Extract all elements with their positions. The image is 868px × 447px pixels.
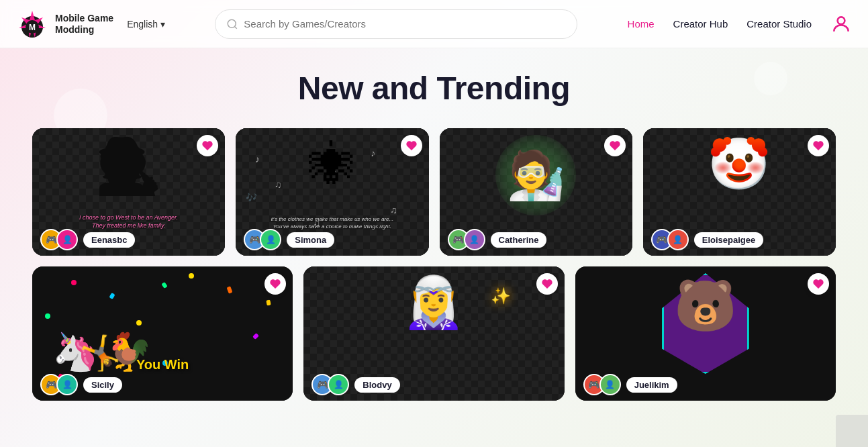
creator-avatars: 🎮 👤 — [311, 374, 349, 395]
creator-avatars: 🎮 👤 — [448, 229, 485, 250]
creator-name: Sicily — [83, 377, 122, 393]
character-figure: 🤡 — [708, 135, 771, 194]
creator-name: Blodvy — [354, 377, 399, 393]
favorite-button[interactable] — [808, 135, 829, 156]
cards-row-1: 🕵 I chose to go West to be an Avenger.Th… — [32, 128, 836, 256]
creator-avatar: 👤 — [56, 229, 78, 250]
creator-name: Catherine — [491, 232, 547, 248]
creator-avatars: 🎮 👤 — [40, 229, 78, 250]
nav-creator-hub[interactable]: Creator Hub — [673, 18, 728, 30]
creator-avatar: 👤 — [464, 229, 485, 250]
creator-info: 🎮 👤 Juelikim — [575, 368, 836, 401]
creator-avatars: 🎮 👤 — [244, 229, 281, 250]
creator-avatars: 🎮 👤 — [40, 374, 78, 395]
creator-info: 🎮 👤 Eloisepaigee — [643, 224, 836, 256]
character-figure: 🕷 — [309, 138, 356, 192]
logo-text: Mobile Game Modding — [55, 13, 113, 36]
creator-name: Juelikim — [626, 377, 677, 393]
creator-name: Eenasbc — [83, 232, 135, 248]
favorite-button[interactable] — [197, 135, 218, 156]
nav-home[interactable]: Home — [628, 18, 655, 30]
language-label: English — [127, 19, 158, 30]
favorite-button[interactable] — [808, 273, 829, 295]
favorite-button[interactable] — [401, 135, 422, 156]
creator-avatars: 🎮 👤 — [651, 229, 689, 250]
creator-info: 🎮 👤 Catherine — [440, 224, 632, 256]
card-rick[interactable]: 🧑‍🔬 🎮 👤 Catherine — [440, 128, 632, 256]
cards-row-2: 🦄 🐓 🤸 You Win 🎮 👤 Sicily — [32, 266, 836, 401]
creator-avatar: 👤 — [56, 374, 78, 395]
creator-info: 🎮 👤 Blodvy — [303, 368, 564, 401]
search-bar — [215, 9, 577, 39]
card-black-widow[interactable]: 🕵 I chose to go West to be an Avenger.Th… — [32, 128, 225, 256]
character-figure: 🕵 — [95, 135, 162, 198]
character-figure-3: 🤸 — [79, 334, 121, 372]
creator-avatar: 👤 — [667, 229, 689, 250]
svg-point-6 — [838, 17, 845, 24]
creator-avatars: 🎮 👤 — [583, 374, 621, 395]
creator-info: 🎮 👤 Simona — [236, 224, 428, 256]
character-figure: 🧑‍🔬 — [495, 135, 576, 215]
card-party[interactable]: 🦄 🐓 🤸 You Win 🎮 👤 Sicily — [32, 266, 293, 401]
favorite-button[interactable] — [536, 273, 558, 295]
creator-avatar: 👤 — [328, 374, 349, 395]
main-content: New and Trending 🕵 I chose to go West to… — [0, 48, 868, 438]
character-figure: 🐻 — [674, 277, 737, 336]
svg-line-5 — [235, 26, 237, 28]
creator-avatar: 👤 — [599, 374, 621, 395]
language-selector[interactable]: English ▾ — [127, 19, 165, 30]
creator-info: 🎮 👤 Eenasbc — [32, 224, 225, 256]
header-nav: Home Creator Hub Creator Studio — [628, 13, 852, 35]
creator-name: Simona — [287, 232, 334, 248]
logo[interactable]: M Mobile Game Modding — [16, 8, 113, 40]
creator-avatar: 👤 — [260, 229, 281, 250]
favorite-button[interactable] — [604, 135, 626, 156]
search-input[interactable] — [244, 18, 566, 30]
svg-text:M: M — [29, 23, 36, 32]
logo-icon: M — [16, 8, 48, 40]
nav-creator-studio[interactable]: Creator Studio — [746, 18, 812, 30]
card-spiderman[interactable]: ♪ ♫ ♪ ♫ ♪ ♫ 🎵 🎶 🕷 it's the clothes we ma… — [236, 128, 428, 256]
scroll-hint — [836, 415, 868, 447]
section-title: New and Trending — [32, 70, 836, 107]
header-left: M Mobile Game Modding English ▾ — [16, 8, 165, 40]
chevron-down-icon: ▾ — [160, 19, 165, 30]
user-icon[interactable] — [830, 13, 852, 35]
creator-info: 🎮 👤 Sicily — [32, 368, 293, 401]
search-icon — [226, 18, 238, 30]
card-harley[interactable]: 🤡 🎮 👤 Eloisepaigee — [643, 128, 836, 256]
card-bear[interactable]: 🐻 🎮 👤 Juelikim — [575, 266, 836, 401]
header: M Mobile Game Modding English ▾ Home Cre… — [0, 0, 868, 48]
creator-name: Eloisepaigee — [694, 232, 763, 248]
character-figure: 🧝‍♀️ — [402, 273, 465, 332]
spark-effect: ✨ — [491, 287, 511, 305]
card-lara[interactable]: ✨ 🧝‍♀️ 🎮 👤 Blodvy — [303, 266, 564, 401]
svg-point-4 — [228, 19, 236, 28]
